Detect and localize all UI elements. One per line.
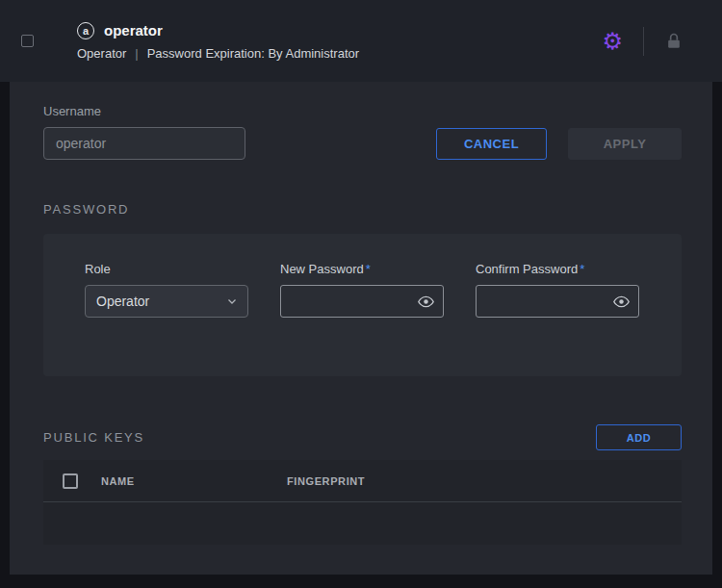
confirm-password-field-group: Confirm Password* xyxy=(476,262,639,318)
show-password-icon[interactable] xyxy=(612,293,631,311)
public-keys-section-title: PUBLIC KEYS xyxy=(43,430,144,445)
new-password-input[interactable] xyxy=(285,286,417,317)
header-actions: ⚙ xyxy=(602,27,683,56)
chevron-down-icon xyxy=(226,295,238,307)
add-public-key-button[interactable]: ADD xyxy=(596,424,682,450)
password-section-title: PASSWORD xyxy=(43,202,682,217)
lock-icon xyxy=(664,32,683,51)
new-password-field-group: New Password* xyxy=(280,262,444,318)
new-password-box xyxy=(280,285,444,318)
user-header: a operator Operator | Password Expiratio… xyxy=(0,0,722,82)
username-row: Username CANCEL APPLY xyxy=(43,104,682,160)
column-header-name: NAME xyxy=(101,475,287,487)
confirm-password-label: Confirm Password* xyxy=(476,262,639,276)
user-title-block: a operator Operator | Password Expiratio… xyxy=(77,22,359,61)
password-panel: Role Operator New Password* xyxy=(43,234,682,376)
required-asterisk: * xyxy=(366,262,371,276)
column-header-fingerprint: FINGERPRINT xyxy=(287,475,365,487)
new-password-label-text: New Password xyxy=(280,262,364,276)
form-actions: CANCEL APPLY xyxy=(436,128,682,160)
confirm-password-box xyxy=(476,285,639,318)
breadcrumb: Operator | Password Expiration: By Admin… xyxy=(77,46,359,61)
gear-icon[interactable]: ⚙ xyxy=(602,30,623,53)
username-field-group: Username xyxy=(43,104,245,160)
confirm-password-label-text: Confirm Password xyxy=(476,262,578,276)
apply-button[interactable]: APPLY xyxy=(568,128,682,160)
new-password-label: New Password* xyxy=(280,262,444,276)
role-field-group: Role Operator xyxy=(85,262,248,318)
show-password-icon[interactable] xyxy=(417,293,435,311)
select-all-checkbox[interactable] xyxy=(63,473,78,489)
select-row-checkbox[interactable] xyxy=(21,35,34,47)
role-label: Role xyxy=(85,262,248,276)
page-title: operator xyxy=(104,22,163,38)
confirm-password-input[interactable] xyxy=(480,286,612,317)
breadcrumb-role: Operator xyxy=(77,46,126,61)
user-avatar-icon: a xyxy=(77,22,94,39)
role-select[interactable]: Operator xyxy=(85,285,248,318)
role-select-value: Operator xyxy=(96,294,149,309)
public-keys-header-row: PUBLIC KEYS ADD xyxy=(43,424,682,450)
breadcrumb-separator: | xyxy=(135,46,138,61)
public-keys-table: NAME FINGERPRINT xyxy=(43,460,682,545)
public-keys-table-header: NAME FINGERPRINT xyxy=(43,460,682,502)
user-edit-card: Username CANCEL APPLY PASSWORD Role Oper… xyxy=(10,82,712,575)
breadcrumb-expiration: Password Expiration: By Administrator xyxy=(147,46,359,61)
public-keys-empty-row xyxy=(43,502,682,545)
username-label: Username xyxy=(43,104,245,118)
required-asterisk: * xyxy=(580,262,584,276)
username-input[interactable] xyxy=(43,127,245,160)
header-divider xyxy=(643,27,644,56)
cancel-button[interactable]: CANCEL xyxy=(436,128,547,160)
